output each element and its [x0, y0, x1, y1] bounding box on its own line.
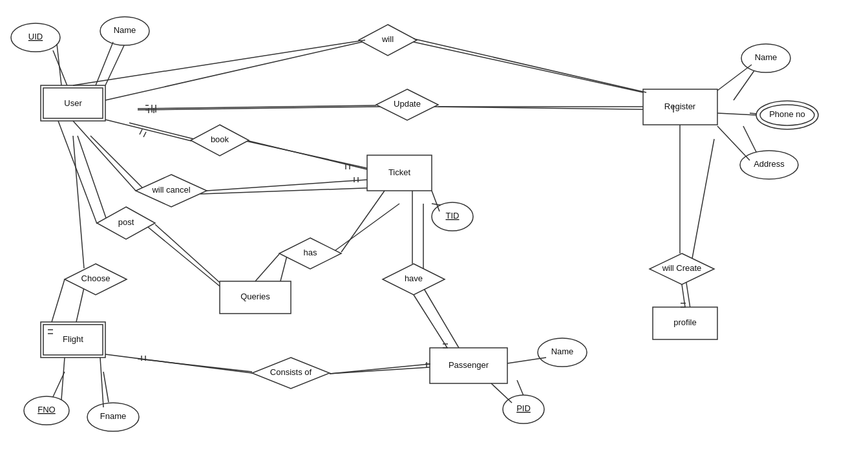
relation-will-create-label: will Create — [662, 263, 702, 273]
svg-line-45 — [96, 42, 113, 85]
relation-will-label: will — [381, 34, 394, 44]
svg-line-6 — [129, 123, 194, 139]
attr-reg-name-label: Name — [755, 52, 778, 62]
entity-profile-label: profile — [673, 317, 696, 327]
svg-line-53 — [491, 383, 512, 403]
svg-line-63 — [105, 120, 191, 141]
attr-fno-label: FNO — [37, 405, 55, 414]
relation-update-label: Update — [394, 99, 421, 109]
attr-tid-label: TID — [446, 211, 460, 220]
svg-line-51 — [100, 358, 103, 407]
er-diagram-svg: User Ticket Register Flight Passenger Qu… — [0, 0, 868, 450]
svg-line-34 — [143, 132, 146, 137]
relation-has-label: has — [304, 248, 317, 257]
svg-line-52 — [507, 358, 546, 363]
svg-line-24 — [517, 380, 524, 396]
svg-line-83 — [330, 367, 430, 374]
attr-pid-label: PID — [516, 403, 531, 413]
relation-have-label: have — [405, 273, 423, 283]
svg-line-79 — [414, 295, 447, 348]
attr-user-name-label: Name — [114, 25, 136, 35]
svg-line-8 — [90, 136, 142, 188]
er-diagram-canvas: User Ticket Register Flight Passenger Qu… — [0, 0, 868, 450]
attr-phone-label: Phone no — [769, 109, 805, 119]
svg-line-49 — [717, 126, 750, 160]
attr-uid-label: UID — [28, 32, 43, 41]
svg-line-25 — [734, 68, 756, 100]
svg-line-2 — [105, 42, 362, 100]
entity-user-label: User — [64, 98, 82, 108]
svg-line-11 — [145, 225, 229, 294]
svg-line-77 — [255, 254, 279, 281]
relation-consists-of-label: Consists of — [270, 367, 312, 377]
svg-line-47 — [717, 65, 752, 91]
relation-will-cancel-label: will cancel — [151, 185, 190, 195]
svg-line-28 — [692, 139, 714, 262]
svg-line-76 — [341, 191, 385, 252]
relation-choose-label: Choose — [81, 273, 111, 283]
svg-line-56 — [73, 40, 365, 85]
svg-line-12 — [73, 136, 84, 268]
svg-line-14 — [333, 204, 399, 252]
entity-ticket-label: Ticket — [388, 167, 411, 177]
svg-line-10 — [78, 136, 107, 220]
entity-passenger-label: Passenger — [449, 360, 489, 370]
attr-address-label: Address — [754, 159, 785, 169]
svg-line-73 — [52, 279, 65, 322]
attr-pass-name-label: Name — [551, 347, 574, 356]
svg-line-72 — [155, 224, 220, 283]
svg-line-3 — [414, 42, 679, 100]
svg-line-33 — [140, 129, 142, 134]
svg-line-44 — [57, 44, 61, 85]
svg-line-22 — [103, 372, 109, 402]
entity-register-label: Register — [664, 102, 696, 111]
entity-flight-label: Flight — [63, 334, 83, 344]
relation-book-label: book — [211, 134, 229, 144]
relation-post-label: post — [118, 217, 134, 227]
svg-line-57 — [414, 39, 646, 92]
entity-queries-label: Queries — [240, 292, 270, 301]
attr-fname-label: Fname — [100, 411, 126, 421]
svg-line-67 — [73, 121, 136, 191]
svg-line-82 — [105, 354, 252, 373]
svg-line-9 — [200, 188, 381, 194]
